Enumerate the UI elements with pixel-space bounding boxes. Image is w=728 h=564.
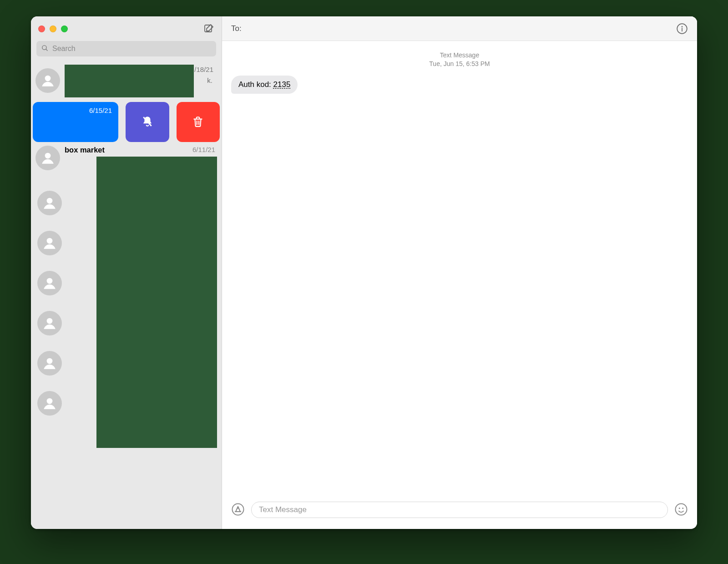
avatar — [37, 351, 62, 376]
svg-point-5 — [47, 198, 53, 204]
message-composer — [222, 497, 697, 529]
conversation-header: To: — [222, 16, 697, 41]
message-input[interactable] — [251, 502, 668, 518]
avatar — [35, 68, 60, 93]
avatar — [37, 391, 62, 416]
details-button[interactable] — [676, 23, 688, 35]
avatar — [37, 311, 62, 335]
zoom-window-button[interactable] — [61, 25, 68, 32]
svg-point-16 — [682, 508, 683, 509]
smiley-icon — [674, 503, 688, 518]
svg-point-9 — [47, 358, 53, 364]
svg-point-6 — [47, 238, 53, 244]
messages-window: /18/21 k. 6/15/21 — [31, 16, 697, 529]
message-code: 2135 — [273, 80, 291, 89]
conversation-card-selected[interactable]: 6/15/21 — [33, 102, 118, 142]
conversation-date: 6/15/21 — [89, 107, 112, 114]
search-field[interactable] — [36, 41, 216, 56]
svg-point-8 — [47, 318, 53, 324]
avatar — [37, 231, 62, 255]
message-thread[interactable]: Text Message Tue, Jun 15, 6:53 PM Auth k… — [222, 41, 697, 497]
info-icon — [676, 28, 688, 36]
window-titlebar — [31, 16, 222, 41]
redacted-block — [65, 65, 194, 97]
conversation-list: /18/21 k. 6/15/21 — [31, 62, 222, 529]
incoming-message-bubble[interactable]: Auth kod: 2135 — [231, 76, 298, 94]
delete-button[interactable] — [177, 102, 220, 142]
svg-point-10 — [47, 398, 53, 404]
conversation-date: 6/11/21 — [192, 146, 215, 153]
redacted-block — [96, 157, 217, 448]
redacted-conversations — [31, 157, 222, 448]
conversation-row[interactable]: /18/21 k. — [31, 62, 222, 102]
message-timestamp: Tue, Jun 15, 6:53 PM — [231, 60, 688, 68]
thread-meta: Text Message Tue, Jun 15, 6:53 PM — [231, 51, 688, 68]
svg-point-14 — [676, 503, 687, 515]
svg-point-7 — [47, 278, 53, 284]
conversation-row-swiped[interactable]: 6/15/21 — [31, 102, 222, 142]
compose-icon[interactable] — [203, 23, 214, 34]
mute-button[interactable] — [126, 102, 169, 142]
conversation-title: box market — [65, 146, 105, 154]
minimize-window-button[interactable] — [50, 25, 56, 32]
svg-point-2 — [45, 76, 51, 81]
conversation-date: /18/21 — [194, 66, 213, 73]
message-text-prefix: Auth kod: — [238, 80, 273, 89]
avatar — [37, 271, 62, 295]
emoji-button[interactable] — [674, 503, 688, 517]
close-window-button[interactable] — [38, 25, 45, 32]
avatar — [37, 191, 62, 215]
conversation-preview: k. — [207, 76, 212, 84]
traffic-lights — [38, 25, 68, 32]
sidebar: /18/21 k. 6/15/21 — [31, 16, 222, 529]
conversation-row[interactable]: box market 6/11/21 — [31, 142, 222, 157]
mute-icon — [142, 116, 153, 129]
conversation-pane: To: Text Message Tue, Jun 15, 6:53 PM Au… — [222, 16, 697, 529]
to-label: To: — [231, 24, 242, 33]
svg-point-15 — [679, 508, 680, 509]
apps-button[interactable] — [231, 503, 245, 517]
svg-point-12 — [682, 26, 683, 27]
search-input[interactable] — [52, 45, 212, 53]
search-icon — [41, 44, 49, 53]
trash-icon — [192, 116, 204, 129]
appstore-icon — [231, 503, 245, 518]
svg-point-13 — [233, 503, 244, 515]
message-kind-label: Text Message — [231, 51, 688, 60]
